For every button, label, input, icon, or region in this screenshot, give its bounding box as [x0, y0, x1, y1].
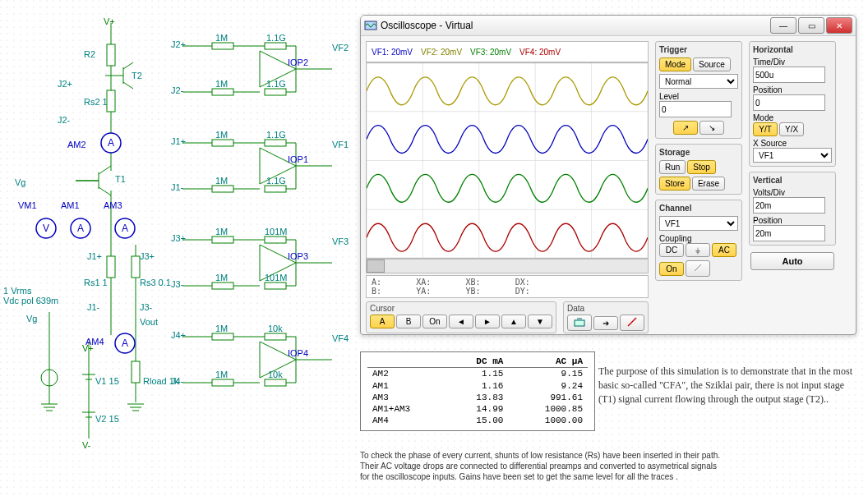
amp-lbl: 1M	[215, 370, 228, 379]
cursor-on-button[interactable]: On	[422, 315, 447, 328]
explanation-text: The purpose of this simulation is to dem…	[598, 365, 853, 406]
svg-rect-92	[212, 333, 233, 340]
amp-lbl: J4+	[171, 330, 186, 340]
amp-lbl: J2+	[171, 39, 186, 49]
col-dc: DC mA	[447, 356, 509, 368]
timediv-input[interactable]	[753, 67, 825, 83]
amp-lbl: J1-	[171, 182, 183, 192]
amp-lbl: 101M	[265, 273, 288, 282]
horizontal-label: Horizontal	[753, 45, 832, 54]
amp-lbl: VF2	[332, 43, 349, 53]
cursor-up-button[interactable]: ▲	[501, 315, 526, 328]
amp-lbl: 1M	[215, 324, 228, 333]
hpos-label: Position	[753, 85, 832, 94]
svg-rect-12	[132, 361, 140, 383]
svg-rect-10	[132, 256, 140, 278]
label-j1m: J1-	[87, 302, 99, 312]
yt-button[interactable]: Y/T	[753, 122, 778, 136]
label-v2: V2 15	[95, 414, 119, 424]
cursor-down-button[interactable]: ▼	[528, 315, 552, 328]
trigger-falling-button[interactable]: ↘	[699, 121, 724, 135]
gnd-button[interactable]: ⏚	[686, 243, 710, 257]
table-row: AM415.001000.00	[367, 415, 588, 426]
stop-button[interactable]: Stop	[687, 160, 716, 174]
time-scrollbar[interactable]	[366, 259, 649, 273]
amp-lbl: 1.1G	[266, 79, 286, 89]
trigger-mode-select[interactable]: Normal	[659, 74, 738, 89]
hposition-input[interactable]	[753, 94, 825, 111]
close-button[interactable]: ✕	[826, 17, 852, 34]
channel-on-button[interactable]: On	[659, 262, 684, 276]
dc-button[interactable]: DC	[659, 243, 684, 257]
svg-rect-101	[212, 379, 233, 386]
ac-button[interactable]: AC	[712, 243, 736, 257]
horizontal-section: Horizontal Time/Div Position Mode Y/T Y/…	[749, 41, 836, 167]
col-ac: AC µA	[508, 356, 588, 368]
legend-vf3: VF3: 20mV	[470, 48, 511, 57]
footnote-text: To check the phase of every current, shu…	[360, 450, 820, 482]
voltsdiv-label: Volts/Div	[753, 188, 832, 197]
schematic-svg: A V A A A	[0, 0, 353, 493]
svg-text:V: V	[43, 223, 49, 234]
svg-line-30	[99, 166, 111, 174]
minimize-button[interactable]: —	[770, 17, 796, 34]
data-clear-icon[interactable]	[620, 315, 644, 331]
channel-select[interactable]: VF1	[659, 216, 738, 231]
amp-lbl: 1.1G	[266, 130, 286, 140]
channel-color-button[interactable]	[686, 260, 710, 277]
label-vplus: V+	[104, 16, 115, 26]
yx-button[interactable]: Y/X	[779, 122, 804, 136]
label-src: 1 Vrms Vdc pol 639m	[3, 286, 58, 305]
amp-lbl: VF4	[332, 333, 349, 343]
svg-text:A: A	[77, 223, 84, 234]
label-t2: T2	[132, 71, 142, 80]
store-button[interactable]: Store	[659, 177, 690, 191]
svg-rect-103	[265, 379, 286, 386]
legend: VF1: 20mV VF2: 20mV VF3: 20mV VF4: 20mV	[366, 41, 649, 62]
cursor-b-button[interactable]: B	[396, 315, 421, 328]
svg-rect-71	[212, 186, 233, 192]
data-arrow-icon[interactable]: ➜	[593, 316, 618, 330]
erase-button[interactable]: Erase	[692, 177, 725, 191]
label-j3m: J3-	[140, 302, 152, 312]
cursor-a-button[interactable]: A	[370, 315, 395, 328]
amp-lbl: 10k	[268, 324, 283, 333]
vertical-section: Vertical Volts/Div Position	[749, 172, 836, 246]
svg-rect-1	[107, 44, 115, 66]
amp-lbl: IOP3	[288, 251, 308, 261]
auto-button[interactable]: Auto	[750, 252, 834, 270]
trigger-mode-button[interactable]: Mode	[659, 57, 691, 71]
cursor-next-button[interactable]: ►	[475, 315, 500, 328]
titlebar[interactable]: Oscilloscope - Virtual — ▭ ✕	[361, 16, 856, 36]
amp-lbl: IOP2	[288, 57, 308, 67]
label-rs1: Rs1 1	[84, 278, 108, 287]
table-row: AM313.83991.61	[367, 392, 588, 403]
trigger-level-input[interactable]	[659, 101, 732, 117]
xsource-select[interactable]: VF1	[753, 148, 832, 163]
label-t1: T1	[115, 174, 126, 184]
data-label: Data	[567, 304, 644, 313]
vertical-label: Vertical	[753, 176, 832, 185]
amp-lbl: VF1	[332, 140, 349, 149]
maximize-button[interactable]: ▭	[798, 17, 824, 34]
data-export-icon[interactable]	[567, 315, 592, 331]
legend-vf2: VF2: 20mV	[421, 48, 462, 57]
waveform-plot[interactable]	[366, 62, 649, 259]
trigger-rising-button[interactable]: ↗	[673, 121, 698, 135]
label-vminus: V-	[82, 440, 90, 450]
vposition-input[interactable]	[753, 225, 825, 241]
coupling-label: Coupling	[659, 234, 738, 243]
svg-rect-64	[265, 140, 286, 146]
amp-lbl: J3+	[171, 233, 186, 243]
window-title: Oscilloscope - Virtual	[381, 20, 473, 31]
run-button[interactable]: Run	[659, 160, 686, 174]
svg-line-31	[99, 187, 111, 195]
voltsdiv-input[interactable]	[753, 197, 825, 214]
svg-rect-7	[107, 256, 115, 278]
svg-line-34	[123, 62, 133, 69]
vpos-label: Position	[753, 216, 832, 225]
svg-rect-3	[107, 90, 115, 112]
trigger-source-button[interactable]: Source	[693, 57, 731, 71]
label-rs3: Rs3 0.1	[140, 278, 171, 287]
cursor-prev-button[interactable]: ◄	[449, 315, 473, 328]
